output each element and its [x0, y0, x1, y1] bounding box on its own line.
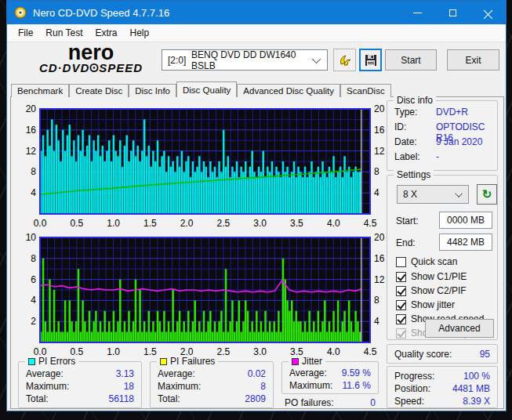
svg-text:16: 16 — [374, 125, 385, 136]
svg-text:20: 20 — [374, 103, 385, 114]
disc-date: 9 Jan 2020 — [436, 136, 482, 147]
refresh-button[interactable]: ↻ — [477, 184, 497, 205]
jitter-legend-swatch — [292, 358, 299, 365]
minimize-button[interactable] — [400, 1, 435, 24]
close-icon — [484, 9, 492, 17]
drive-selector[interactable]: [2:0] BENQ DVD DD DW1640 BSLB — [162, 49, 328, 71]
svg-text:10: 10 — [26, 232, 37, 243]
tab-advanced-disc-quality[interactable]: Advanced Disc Quality — [237, 84, 340, 97]
svg-text:2.5: 2.5 — [217, 346, 231, 357]
scan-speed-select[interactable]: 8 X — [397, 185, 469, 204]
pi-failures-chart: 246810481216200.00.51.01.52.02.53.03.54.… — [16, 230, 388, 359]
toolbar: nero CD·DVDSPEED [2:0] BENQ DVD DD DW164… — [7, 43, 506, 81]
maximize-button[interactable] — [435, 1, 470, 24]
svg-text:2.5: 2.5 — [217, 218, 231, 229]
refresh-icon: ↻ — [482, 187, 492, 201]
checkbox-quick-scan[interactable]: Quick scan — [396, 255, 457, 268]
svg-text:3.0: 3.0 — [253, 218, 267, 229]
pi-failures-panel-title: PI Failures — [170, 356, 215, 367]
eject-button[interactable] — [333, 49, 356, 71]
tab-benchmark[interactable]: Benchmark — [11, 84, 69, 97]
nero-logo: nero CD·DVDSPEED — [24, 43, 158, 74]
jitter-panel: Jitter Average:9.59 % Maximum:11.6 % — [281, 361, 379, 394]
window-title: Nero CD-DVD Speed 4.7.7.16 — [33, 7, 169, 19]
pi-errors-maximum: 18 — [124, 381, 134, 392]
quality-score-value: 95 — [480, 349, 490, 360]
start-input[interactable] — [439, 212, 492, 229]
svg-text:1.0: 1.0 — [107, 218, 120, 229]
checkbox-icon — [396, 257, 406, 267]
menu-help[interactable]: Help — [124, 25, 156, 41]
end-label: End: — [396, 237, 416, 248]
speed-value: 8.39 X — [463, 396, 490, 407]
checkbox-show-c1-pie[interactable]: Show C1/PIE — [396, 270, 467, 283]
start-button[interactable]: Start — [385, 49, 437, 71]
pi-failures-average: 0.02 — [248, 368, 266, 379]
tab-strip: Benchmark Create Disc Disc Info Disc Qua… — [11, 82, 391, 97]
svg-text:0.5: 0.5 — [70, 218, 83, 229]
title-bar: Nero CD-DVD Speed 4.7.7.16 — [7, 1, 506, 24]
svg-text:2.0: 2.0 — [180, 218, 194, 229]
pi-errors-average: 3.13 — [116, 368, 134, 379]
menu-extra[interactable]: Extra — [89, 25, 123, 41]
tab-create-disc[interactable]: Create Disc — [69, 84, 129, 97]
pi-failures-legend-swatch — [160, 358, 167, 365]
tab-disc-quality[interactable]: Disc Quality — [176, 81, 237, 97]
chevron-down-icon — [455, 190, 463, 197]
pi-errors-total: 56118 — [109, 393, 134, 404]
checkbox-icon — [396, 314, 406, 324]
checkbox-icon — [396, 286, 406, 296]
svg-text:4.5: 4.5 — [364, 218, 377, 229]
pi-errors-panel: PI Errors Average:3.13 Maximum:18 Total:… — [18, 361, 142, 408]
progress-box: Progress:100 % Position:4481 MB Speed:8.… — [387, 366, 498, 408]
svg-text:4: 4 — [374, 316, 379, 327]
svg-text:8: 8 — [31, 166, 36, 177]
minimize-icon — [413, 13, 422, 13]
svg-text:0.0: 0.0 — [34, 218, 47, 229]
quality-score-label: Quality score: — [394, 349, 452, 360]
start-label: Start: — [396, 215, 419, 226]
jitter-average: 9.59 % — [342, 368, 371, 378]
eject-icon — [337, 52, 353, 68]
close-button[interactable] — [470, 1, 506, 24]
menu-run-test[interactable]: Run Test — [39, 25, 89, 41]
drive-name: BENQ DVD DD DW1640 BSLB — [191, 49, 314, 71]
svg-text:4: 4 — [31, 295, 36, 306]
disc-info-group: Disc info Type:DVD+R ID:OPTODISC R16 Dat… — [387, 100, 498, 171]
tab-disc-info[interactable]: Disc Info — [129, 84, 176, 97]
svg-text:6: 6 — [31, 274, 36, 285]
quality-score-box: Quality score:95 — [387, 344, 498, 364]
disc-type: DVD+R — [436, 107, 468, 118]
svg-text:20: 20 — [374, 232, 385, 243]
progress-value: 100 % — [463, 371, 490, 382]
app-icon — [14, 6, 27, 19]
end-input[interactable] — [439, 234, 492, 251]
menu-file[interactable]: File — [12, 25, 39, 41]
svg-text:2: 2 — [31, 316, 36, 327]
checkbox-show-c2-pif[interactable]: Show C2/PIF — [396, 284, 467, 297]
svg-text:16: 16 — [374, 253, 385, 264]
disc-glyph — [89, 63, 99, 72]
svg-text:16: 16 — [26, 125, 37, 136]
svg-text:4.0: 4.0 — [327, 346, 340, 357]
po-failures-value: 0 — [370, 397, 376, 408]
exit-button[interactable]: Exit — [447, 49, 499, 71]
svg-text:12: 12 — [374, 274, 385, 285]
save-icon — [365, 54, 377, 67]
pi-failures-total: 2809 — [245, 393, 266, 404]
po-failures-row: PO failures: 0 — [285, 397, 376, 409]
svg-text:1.0: 1.0 — [107, 346, 120, 357]
settings-title: Settings — [394, 169, 434, 180]
position-value: 4481 MB — [452, 383, 490, 394]
svg-text:12: 12 — [374, 146, 385, 157]
svg-text:4: 4 — [31, 187, 36, 198]
save-button[interactable] — [359, 49, 382, 71]
disc-label: - — [436, 151, 439, 162]
tab-scandisc[interactable]: ScanDisc — [340, 84, 391, 97]
svg-text:3.0: 3.0 — [253, 346, 267, 357]
pi-errors-chart: 48121620481216200.00.51.01.52.02.53.03.5… — [16, 102, 388, 230]
svg-text:8: 8 — [31, 253, 36, 264]
checkbox-icon — [396, 328, 406, 339]
advanced-button[interactable]: Advanced — [425, 319, 494, 338]
checkbox-show-jitter[interactable]: Show jitter — [396, 299, 455, 311]
